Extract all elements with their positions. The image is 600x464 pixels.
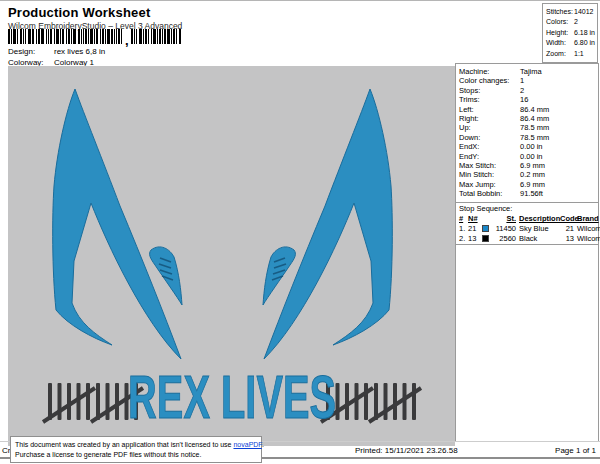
row2-num: 2. bbox=[459, 234, 468, 244]
color-changes-value: 1 bbox=[520, 76, 524, 85]
row2-st: 2560 bbox=[494, 234, 519, 244]
row2-brand: Wilcom bbox=[577, 234, 600, 244]
color-changes-label: Color changes: bbox=[459, 76, 520, 85]
endx-value: 0.00 in bbox=[520, 142, 543, 151]
design-text: REX LIVES bbox=[128, 362, 336, 431]
row1-brand: Wilcom bbox=[577, 224, 600, 234]
stop-sequence-header: # N# St. Description Code Brand bbox=[459, 214, 597, 224]
claw-right bbox=[263, 89, 392, 359]
trims-label: Trims: bbox=[459, 95, 520, 104]
claw-left bbox=[53, 89, 182, 359]
claw-left-shape bbox=[53, 89, 181, 359]
notice-text-before-link: This document was created by an applicat… bbox=[15, 441, 233, 448]
up-label: Up: bbox=[459, 123, 520, 132]
novapdf-link[interactable]: novaPDF bbox=[233, 441, 261, 448]
row1-description: Sky Blue bbox=[519, 224, 560, 234]
table-row: 1. 21 11450 Sky Blue 21 Wilcom bbox=[459, 224, 597, 234]
colors-label: Colors: bbox=[546, 17, 574, 27]
table-row: 2. 13 2560 Black 13 Wilcom bbox=[459, 234, 597, 244]
down-label: Down: bbox=[459, 133, 520, 142]
thread-swatch-black bbox=[482, 235, 489, 242]
row2-n: 13 bbox=[468, 234, 482, 244]
row2-code: 13 bbox=[560, 234, 577, 244]
left-label: Left: bbox=[459, 105, 520, 114]
row2-description: Black bbox=[519, 234, 560, 244]
license-notice: This document was created by an applicat… bbox=[10, 436, 262, 463]
col-st: St. bbox=[494, 214, 519, 224]
notice-text-after-link: . bbox=[262, 441, 264, 448]
endx-label: EndX: bbox=[459, 142, 520, 151]
endy-label: EndY: bbox=[459, 152, 520, 161]
zoom-label: Zoom: bbox=[546, 49, 574, 59]
footer-printed: Printed: 15/11/2021 23.26.58 bbox=[355, 446, 458, 455]
machine-info-panel: Machine:Tajima Color changes:1 Stops:2 T… bbox=[455, 63, 599, 441]
total-bobbin-label: Total Bobbin: bbox=[459, 189, 520, 198]
tally-group bbox=[43, 383, 95, 422]
claw-right-shape bbox=[264, 89, 392, 359]
page-title: Production Worksheet bbox=[8, 5, 150, 20]
right-label: Right: bbox=[459, 114, 520, 123]
machine-label: Machine: bbox=[459, 67, 520, 76]
footer-page-number: Page 1 of 1 bbox=[555, 446, 596, 455]
thread-swatch-sky-blue bbox=[482, 225, 489, 232]
design-name-value: rex lives 6,8 in bbox=[54, 46, 105, 57]
min-stitch-label: Min Stitch: bbox=[459, 170, 520, 179]
down-value: 78.5 mm bbox=[520, 133, 549, 142]
license-notice-line2: Purchase a license to generate PDF files… bbox=[15, 450, 257, 460]
stops-value: 2 bbox=[520, 86, 524, 95]
embroidery-design: REX LIVES bbox=[8, 66, 455, 446]
stop-sequence-title: Stop Sequence: bbox=[456, 203, 598, 214]
width-label: Width: bbox=[546, 38, 574, 48]
max-jump-label: Max Jump: bbox=[459, 180, 520, 189]
stitches-value: 14012 bbox=[574, 7, 593, 17]
license-notice-line1: This document was created by an applicat… bbox=[15, 440, 257, 450]
col-description: Description bbox=[519, 214, 560, 224]
machine-value: Tajima bbox=[520, 67, 542, 76]
up-value: 78.5 mm bbox=[520, 123, 549, 132]
row1-n: 21 bbox=[468, 224, 482, 234]
trims-value: 16 bbox=[520, 95, 528, 104]
row1-code: 21 bbox=[560, 224, 577, 234]
barcode: , bbox=[8, 29, 181, 44]
row1-num: 1. bbox=[459, 224, 468, 234]
max-stitch-label: Max Stitch: bbox=[459, 161, 520, 170]
height-value: 6.18 in bbox=[574, 28, 595, 38]
left-value: 86.4 mm bbox=[520, 105, 549, 114]
max-stitch-value: 6.9 mm bbox=[520, 161, 545, 170]
total-bobbin-value: 91.56ft bbox=[520, 189, 543, 198]
stitches-label: Stitches: bbox=[546, 7, 574, 17]
colors-value: 2 bbox=[574, 17, 578, 27]
zoom-value: 1:1 bbox=[574, 49, 584, 59]
table-bottom-rule bbox=[456, 244, 598, 245]
design-label: Design: bbox=[8, 46, 54, 57]
col-num: # bbox=[459, 214, 468, 224]
col-brand: Brand bbox=[577, 214, 600, 224]
right-value: 86.4 mm bbox=[520, 114, 549, 123]
stop-sequence-table: # N# St. Description Code Brand 1. 21 11… bbox=[456, 214, 598, 243]
width-value: 6.80 in bbox=[574, 38, 595, 48]
min-stitch-value: 0.2 mm bbox=[520, 170, 545, 179]
stops-label: Stops: bbox=[459, 86, 520, 95]
tally-group bbox=[369, 383, 421, 422]
design-meta: Design: rex lives 6,8 in Colorway: Color… bbox=[8, 46, 105, 68]
row1-st: 11450 bbox=[494, 224, 519, 234]
stitch-summary-box: Stitches:14012 Colors:2 Height:6.18 in W… bbox=[542, 3, 598, 63]
col-n: N# bbox=[468, 214, 482, 224]
design-canvas: REX LIVES bbox=[8, 66, 455, 446]
endy-value: 0.00 in bbox=[520, 152, 543, 161]
max-jump-value: 6.9 mm bbox=[520, 180, 545, 189]
col-code: Code bbox=[560, 214, 577, 224]
production-worksheet-page: Production Worksheet Wilcom EmbroiderySt… bbox=[0, 0, 600, 464]
height-label: Height: bbox=[546, 28, 574, 38]
